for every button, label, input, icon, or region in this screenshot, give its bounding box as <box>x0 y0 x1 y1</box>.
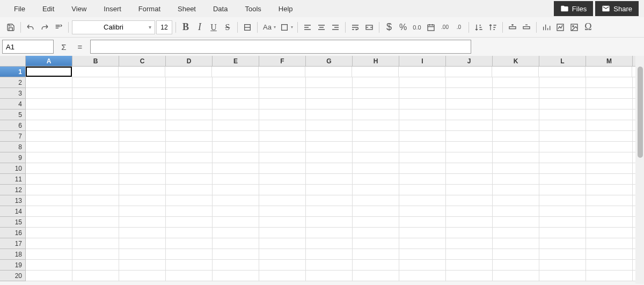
cell-G5[interactable] <box>306 109 353 120</box>
cell-C20[interactable] <box>119 271 166 281</box>
cell-A12[interactable] <box>26 185 72 195</box>
cell-B11[interactable] <box>72 174 119 185</box>
cell-G10[interactable] <box>306 163 353 174</box>
cell-E1[interactable] <box>212 67 259 77</box>
cell-J12[interactable] <box>446 185 493 195</box>
cell-K6[interactable] <box>493 120 539 131</box>
cell-C13[interactable] <box>119 195 166 206</box>
cell-C5[interactable] <box>119 109 166 120</box>
cell-D12[interactable] <box>166 185 213 195</box>
cell-J4[interactable] <box>446 99 493 109</box>
cell-E19[interactable] <box>213 260 259 271</box>
cell-J16[interactable] <box>446 228 493 238</box>
cell-H5[interactable] <box>353 109 399 120</box>
cell-I10[interactable] <box>399 163 446 174</box>
cell-G6[interactable] <box>306 120 353 131</box>
cell-J14[interactable] <box>446 206 493 217</box>
row-header-20[interactable]: 20 <box>0 271 26 281</box>
cell-C6[interactable] <box>119 120 166 131</box>
menu-sheet[interactable]: Sheet <box>169 3 204 15</box>
cell-M15[interactable] <box>586 217 633 228</box>
cell-K10[interactable] <box>493 163 539 174</box>
cell-C11[interactable] <box>119 174 166 185</box>
row-header-13[interactable]: 13 <box>0 195 26 206</box>
sort-desc-button[interactable] <box>486 21 499 34</box>
cell-B5[interactable] <box>72 109 119 120</box>
cell-M12[interactable] <box>586 185 633 195</box>
cell-A5[interactable] <box>26 109 72 120</box>
special-char-button[interactable]: Ω <box>582 21 595 34</box>
cell-D11[interactable] <box>166 174 213 185</box>
row-header-19[interactable]: 19 <box>0 260 26 271</box>
cell-B18[interactable] <box>72 249 119 260</box>
cell-G12[interactable] <box>306 185 353 195</box>
cell-J7[interactable] <box>446 131 493 142</box>
cell-C3[interactable] <box>119 88 166 99</box>
cell-H4[interactable] <box>353 99 399 109</box>
align-center-button[interactable] <box>315 21 328 34</box>
cell-F3[interactable] <box>259 88 306 99</box>
cell-M20[interactable] <box>586 271 633 281</box>
cell-E5[interactable] <box>213 109 259 120</box>
cell-K20[interactable] <box>493 271 539 281</box>
insert-chart-button[interactable] <box>540 21 553 34</box>
cell-K7[interactable] <box>493 131 539 142</box>
cell-B2[interactable] <box>72 77 119 88</box>
cell-L19[interactable] <box>539 260 586 271</box>
cell-D18[interactable] <box>166 249 213 260</box>
cell-I14[interactable] <box>399 206 446 217</box>
cell-I15[interactable] <box>399 217 446 228</box>
cell-A8[interactable] <box>26 142 72 152</box>
cell-F13[interactable] <box>259 195 306 206</box>
cell-C12[interactable] <box>119 185 166 195</box>
cell-F16[interactable] <box>259 228 306 238</box>
cell-F12[interactable] <box>259 185 306 195</box>
cell-H19[interactable] <box>353 260 399 271</box>
menu-view[interactable]: View <box>63 3 95 15</box>
column-header-A[interactable]: A <box>26 56 72 67</box>
cell-M14[interactable] <box>586 206 633 217</box>
cell-A6[interactable] <box>26 120 72 131</box>
cell-F19[interactable] <box>259 260 306 271</box>
cell-H18[interactable] <box>353 249 399 260</box>
cell-H20[interactable] <box>353 271 399 281</box>
cell-J2[interactable] <box>446 77 493 88</box>
cell-I7[interactable] <box>399 131 446 142</box>
cell-J11[interactable] <box>446 174 493 185</box>
cell-F4[interactable] <box>259 99 306 109</box>
cell-G4[interactable] <box>306 99 353 109</box>
sort-asc-button[interactable] <box>472 21 485 34</box>
cell-L20[interactable] <box>539 271 586 281</box>
cell-B20[interactable] <box>72 271 119 281</box>
row-header-6[interactable]: 6 <box>0 120 26 131</box>
column-header-J[interactable]: J <box>446 56 493 67</box>
cell-M19[interactable] <box>586 260 633 271</box>
cell-K13[interactable] <box>493 195 539 206</box>
cell-L8[interactable] <box>539 142 586 152</box>
cell-J15[interactable] <box>446 217 493 228</box>
cell-D4[interactable] <box>166 99 213 109</box>
cell-H8[interactable] <box>353 142 399 152</box>
cell-D2[interactable] <box>166 77 213 88</box>
undo-button[interactable] <box>24 21 37 34</box>
cell-A13[interactable] <box>26 195 72 206</box>
cell-H6[interactable] <box>353 120 399 131</box>
cell-B17[interactable] <box>72 238 119 249</box>
cell-L14[interactable] <box>539 206 586 217</box>
cell-H16[interactable] <box>353 228 399 238</box>
align-left-button[interactable] <box>301 21 314 34</box>
cell-K19[interactable] <box>493 260 539 271</box>
cell-G3[interactable] <box>306 88 353 99</box>
cell-I19[interactable] <box>399 260 446 271</box>
row-header-15[interactable]: 15 <box>0 217 26 228</box>
cell-I2[interactable] <box>399 77 446 88</box>
border-button[interactable] <box>278 21 291 34</box>
cell-J3[interactable] <box>446 88 493 99</box>
cell-E3[interactable] <box>213 88 259 99</box>
cell-K5[interactable] <box>493 109 539 120</box>
cell-F18[interactable] <box>259 249 306 260</box>
cell-H7[interactable] <box>353 131 399 142</box>
cell-I18[interactable] <box>399 249 446 260</box>
cell-J10[interactable] <box>446 163 493 174</box>
cell-H2[interactable] <box>353 77 399 88</box>
